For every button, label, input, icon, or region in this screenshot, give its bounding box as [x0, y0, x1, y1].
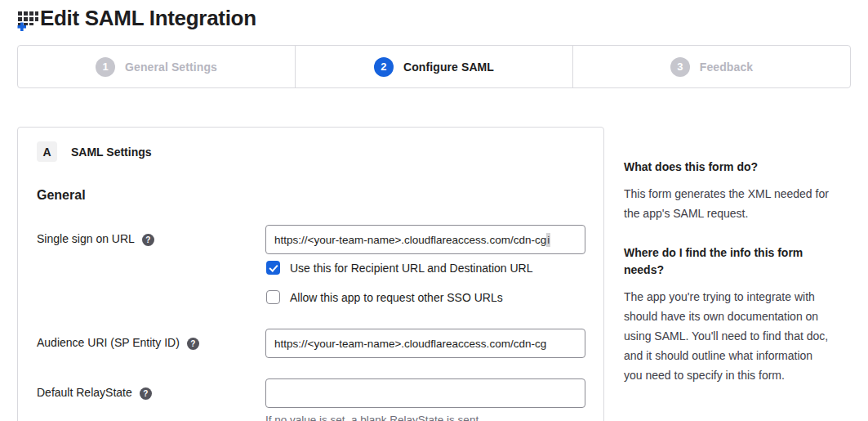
relay-state-input[interactable] — [265, 378, 585, 408]
other-sso-checkbox-label: Allow this app to request other SSO URLs — [290, 291, 503, 304]
step-number-badge: 1 — [96, 57, 115, 77]
other-sso-checkbox[interactable] — [266, 290, 280, 304]
section-title: SAML Settings — [71, 146, 152, 159]
general-group-heading: General — [37, 188, 584, 203]
other-sso-checkbox-row[interactable]: Allow this app to request other SSO URLs — [266, 290, 585, 304]
text-cursor-block: i — [546, 233, 550, 247]
sidebar-body-what: This form generates the XML needed for t… — [624, 184, 830, 223]
relay-state-hint: If no value is set, a blank RelayState i… — [265, 414, 585, 421]
recipient-url-checkbox-label: Use this for Recipient URL and Destinati… — [290, 262, 533, 275]
field-input-col: If no value is set, a blank RelayState i… — [265, 378, 585, 421]
field-input-col — [265, 329, 585, 358]
audience-uri-label: Audience URI (SP Entity ID) — [37, 336, 180, 349]
step-label: Configure SAML — [403, 60, 494, 74]
main-content: A SAML Settings General Single sign on U… — [17, 127, 851, 421]
sidebar-heading-what: What does this form do? — [624, 159, 830, 176]
audience-uri-input[interactable] — [265, 329, 585, 358]
page-title: Edit SAML Integration — [40, 6, 256, 31]
step-configure-saml[interactable]: 2 Configure SAML — [296, 46, 573, 87]
panel-header: A SAML Settings — [37, 141, 584, 162]
step-label: General Settings — [125, 60, 217, 74]
page-header: Edit SAML Integration — [0, 0, 868, 31]
relay-state-label: Default RelayState — [37, 386, 132, 399]
sso-url-help-icon[interactable] — [142, 234, 154, 246]
relay-state-help-icon[interactable] — [140, 387, 152, 400]
sidebar-heading-where: Where do I find the info this form needs… — [624, 244, 830, 279]
recipient-url-checkbox[interactable] — [266, 261, 280, 275]
field-input-col: https://<your-team-name>.cloudflareacces… — [265, 225, 585, 304]
field-row-sso-url: Single sign on URL https://<your-team-na… — [37, 225, 584, 304]
field-label-col: Single sign on URL — [37, 225, 265, 304]
field-label-col: Audience URI (SP Entity ID) — [37, 329, 265, 358]
wizard-stepper: 1 General Settings 2 Configure SAML 3 Fe… — [17, 45, 851, 88]
section-a-badge: A — [37, 141, 57, 162]
saml-settings-panel: A SAML Settings General Single sign on U… — [17, 127, 604, 421]
field-label-col: Default RelayState — [37, 378, 265, 421]
sso-url-label: Single sign on URL — [37, 232, 135, 245]
recipient-url-checkbox-row[interactable]: Use this for Recipient URL and Destinati… — [266, 261, 585, 275]
audience-uri-help-icon[interactable] — [187, 338, 199, 350]
step-number-badge: 2 — [374, 57, 394, 77]
sso-url-value: https://<your-team-name>.cloudflareacces… — [274, 234, 546, 246]
sso-url-input[interactable]: https://<your-team-name>.cloudflareacces… — [265, 225, 585, 254]
step-number-badge: 3 — [670, 57, 690, 77]
app-grid-plus-icon — [16, 9, 38, 31]
step-general-settings[interactable]: 1 General Settings — [18, 46, 296, 87]
help-sidebar: What does this form do? This form genera… — [624, 127, 830, 406]
step-label: Feedback — [700, 60, 753, 74]
sidebar-body-where: The app you're trying to integrate with … — [624, 287, 830, 385]
field-row-relay-state: Default RelayState If no value is set, a… — [37, 378, 584, 421]
step-feedback[interactable]: 3 Feedback — [573, 46, 850, 87]
field-row-audience-uri: Audience URI (SP Entity ID) — [37, 329, 584, 358]
